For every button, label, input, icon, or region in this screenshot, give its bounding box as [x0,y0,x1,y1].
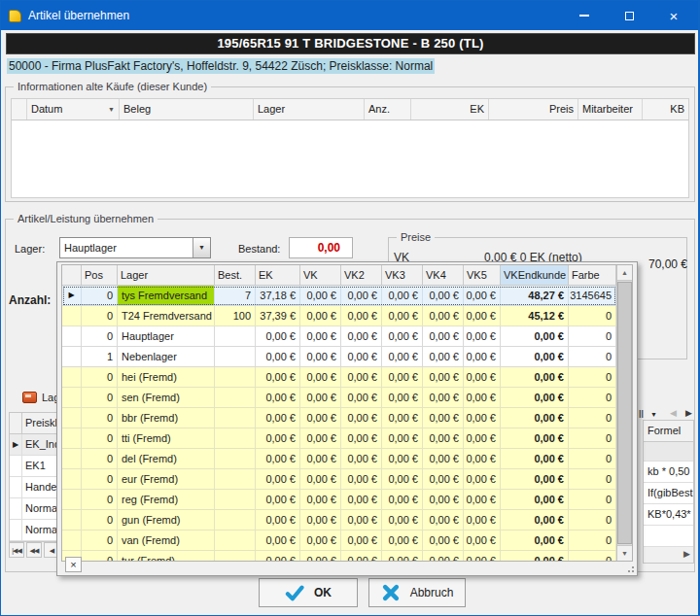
table-row[interactable]: 0 tur (Fremd) 0,00 € 0,00 € 0,00 € 0,00 … [62,551,616,561]
cell-vk2: 0,00 € [341,449,382,469]
formel-hscrollbar[interactable]: ▶ [644,547,693,563]
formel-row[interactable]: KB*0,43* [644,504,693,526]
row-indicator [62,530,82,551]
scroll-up-icon[interactable]: ▲ [617,265,632,281]
transfer-group-label: Artikel/Leistung übernehmen [14,213,158,224]
popup-close-button[interactable]: × [65,557,82,572]
row-indicator [10,456,22,476]
cell-vk5: 0,00 € [464,408,501,428]
minimize-button[interactable] [562,1,607,30]
column-header-vk3[interactable]: VK3 [382,265,423,286]
table-row[interactable]: 0 gun (Fremd) 0,00 € 0,00 € 0,00 € 0,00 … [62,510,616,530]
column-header-pos[interactable]: Pos [82,265,118,286]
cell-farbe: 0 [569,551,616,561]
cell-ek: 0,00 € [256,530,300,551]
column-header-vk5[interactable]: VK5 [464,265,501,286]
scroll-right-icon[interactable]: ▶ [683,549,690,559]
cell-vk: 0,00 € [300,530,341,551]
cell-ek: 0,00 € [256,551,300,561]
nav-prev-page-button[interactable]: ◀◀ [26,542,42,558]
formel-row[interactable] [644,526,693,547]
table-row[interactable]: ▶ 0 tys Fremdversand 7 37,18 € 0,00 € 0,… [62,286,616,306]
cell-vk: 0,00 € [300,490,341,510]
cell-pos: 1 [82,347,118,367]
nav-left-icon[interactable]: ◀ [670,408,677,418]
column-header-ek[interactable]: EK [256,265,300,286]
cell-vkendkunde: 0,00 € [501,469,569,490]
column-header-lager[interactable]: Lager [254,99,365,120]
close-button[interactable]: × [651,1,696,30]
row-indicator [62,408,82,428]
dialog-window: Artikel übernehmen × 195/65R15 91 T BRID… [0,0,700,616]
bestand-label: Bestand: [238,243,280,255]
cell-vk5: 0,00 € [464,428,501,449]
column-header-datum[interactable]: Datum▼ [27,99,120,120]
table-row[interactable]: 0 eur (Fremd) 0,00 € 0,00 € 0,00 € 0,00 … [62,469,616,490]
cell-pos: 0 [82,408,118,428]
scrollbar-thumb[interactable] [617,282,632,544]
column-header-mitarbeiter[interactable]: Mitarbeiter [578,99,643,120]
chevron-down-icon[interactable]: ▼ [192,238,210,257]
old-purchases-header: Datum▼ Beleg Lager Anz. EK Preis Mitarbe… [12,99,688,120]
cell-pos: 0 [82,530,118,551]
cell-farbe: 0 [569,306,616,326]
column-header-anz[interactable]: Anz. [365,99,411,120]
cell-farbe: 0 [569,367,616,388]
maximize-button[interactable] [607,1,651,30]
vertical-scrollbar[interactable]: ▲ ▼ [616,265,632,561]
cell-vk: 0,00 € [300,428,341,449]
chevron-down-icon[interactable]: ▼ [650,411,657,418]
cell-vk3: 0,00 € [382,367,423,388]
formel-row[interactable] [644,442,693,462]
cell-ek: 0,00 € [256,326,300,347]
lager-combobox[interactable]: Hauptlager ▼ [59,237,211,258]
column-header-lager[interactable]: Lager [118,265,215,286]
cell-vk5: 0,00 € [464,347,501,367]
filter-dropdown-icon[interactable]: ▼ [108,99,115,120]
table-row[interactable]: 0 bbr (Fremd) 0,00 € 0,00 € 0,00 € 0,00 … [62,408,616,428]
app-icon [9,10,21,22]
cancel-button[interactable]: Abbruch [368,578,466,607]
cell-vk3: 0,00 € [382,490,423,510]
row-indicator [62,347,82,367]
resize-grip[interactable] [625,564,634,572]
formel-row[interactable]: kb * 0,50 [644,462,693,483]
cell-farbe: 0 [569,408,616,428]
column-header-vk2[interactable]: VK2 [341,265,382,286]
table-row[interactable]: 0 sen (Fremd) 0,00 € 0,00 € 0,00 € 0,00 … [62,388,616,408]
cell-lager: reg (Fremd) [118,490,215,510]
scroll-down-icon[interactable]: ▼ [617,545,632,561]
column-header-preis[interactable]: Preis [489,99,578,120]
column-header-kb[interactable]: KB [643,99,688,120]
nav-right-icon[interactable]: ▶ [685,408,692,418]
column-header-best[interactable]: Best. [215,265,256,286]
ok-button[interactable]: OK [259,578,358,607]
formel-column-header[interactable]: Formel [644,421,693,442]
nav-first-button[interactable]: |◀◀ [9,542,24,558]
table-row[interactable]: 0 Hauptlager 0,00 € 0,00 € 0,00 € 0,00 €… [62,326,616,347]
table-row[interactable]: 0 del (Fremd) 0,00 € 0,00 € 0,00 € 0,00 … [62,449,616,469]
table-row[interactable]: 0 van (Fremd) 0,00 € 0,00 € 0,00 € 0,00 … [62,530,616,551]
cell-vkendkunde: 0,00 € [501,490,569,510]
table-row[interactable]: 1 Nebenlager 0,00 € 0,00 € 0,00 € 0,00 €… [62,347,616,367]
formel-row[interactable]: If(gibBest [644,483,693,504]
bestand-field[interactable]: 0,00 [289,237,353,258]
column-header-vk4[interactable]: VK4 [423,265,464,286]
table-row[interactable]: 0 tti (Fremd) 0,00 € 0,00 € 0,00 € 0,00 … [62,428,616,449]
column-header-farbe[interactable]: Farbe [569,265,616,286]
cell-farbe: 0 [569,347,616,367]
column-header-ek[interactable]: EK [411,99,489,120]
table-row[interactable]: 0 T24 Fremdversand 100 37,39 € 0,00 € 0,… [62,306,616,326]
dropdown-fragment[interactable]: ll [639,408,644,420]
cell-vkendkunde: 48,27 € [501,286,569,306]
table-row[interactable]: 0 hei (Fremd) 0,00 € 0,00 € 0,00 € 0,00 … [62,367,616,388]
cell-farbe: 0 [569,428,616,449]
column-header-beleg[interactable]: Beleg [120,99,254,120]
column-header-vkendkunde[interactable]: VKEndkunde [501,265,569,286]
cell-vkendkunde: 0,00 € [501,551,569,561]
formel-grid: Formel kb * 0,50 If(gibBest KB*0,43* ▶ [643,420,694,564]
cell-vk4: 0,00 € [423,347,464,367]
table-row[interactable]: 0 reg (Fremd) 0,00 € 0,00 € 0,00 € 0,00 … [62,490,616,510]
column-header-vk[interactable]: VK [300,265,341,286]
cell-ek: 0,00 € [256,408,300,428]
